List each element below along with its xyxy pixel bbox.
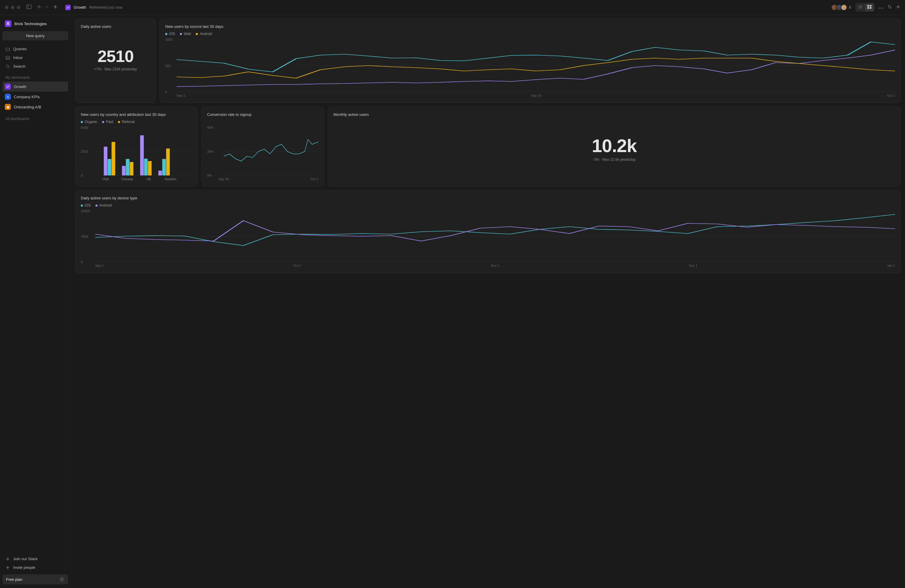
x-tick: Nov 1 [491,264,500,267]
dashboard-icon [65,5,71,10]
sidebar-item-company-kpis[interactable]: Company KPIs [2,92,68,102]
chart-legend: iOS Web Android [165,32,895,36]
sidebar-item-growth[interactable]: Growth [2,81,68,92]
list-view-button[interactable] [856,3,865,11]
card-title: Monthly active users [333,112,895,117]
avatar [841,4,847,11]
y-tick: 0% [207,174,212,177]
legend-dot [102,121,104,123]
y-tick: 20% [207,150,214,153]
close-window[interactable] [5,6,8,9]
nav-label: Search [13,64,25,68]
bar [130,162,133,175]
y-tick: 1000 [165,38,172,41]
svg-point-12 [6,65,9,67]
x-tick: Oct 2 [311,177,318,181]
section-all-dashboards: All dashboards [2,112,68,123]
x-tick: Sep 15 [531,94,541,97]
card-daily-active-users[interactable]: Daily active users 2510 +7% · Was 2334 y… [75,19,156,103]
sidebar-item-onboarding[interactable]: Onboarding A/B [2,102,68,112]
refresh-status: Refreshed just now [89,5,122,10]
line-chart: 1000 500 0 [165,40,895,92]
card-new-users-by-source[interactable]: New users by source last 30 days iOS Web… [159,19,901,103]
y-tick: 0 [165,90,167,94]
add-button[interactable] [896,5,900,10]
svg-rect-18 [8,558,8,559]
x-axis: USA Canada UK Sweden [81,177,192,181]
legend-dot [118,121,120,123]
bar [104,147,108,175]
sidebar-item-label: Onboarding A/B [14,105,41,109]
legend-dot [81,121,83,123]
legend-label: iOS [85,203,90,208]
legend-dot [196,33,198,35]
chart-legend: Organic Paid Referral [81,120,192,124]
card-new-users-by-country[interactable]: New users by country and attribution las… [75,106,198,186]
card-title: Conversion rate to signup [207,112,318,117]
svg-point-10 [881,8,882,9]
x-tick: Sep 1 [95,264,104,267]
sidebar-item-label: Company KPIs [14,95,40,99]
y-tick: 0 [81,174,83,177]
plus-icon [5,566,10,569]
stat-subtitle: -3% · Was 10.5k yesterday [593,157,636,162]
minimize-window[interactable] [11,6,14,9]
new-tab-button[interactable] [53,5,57,10]
sort-icon[interactable] [888,5,892,10]
x-tick: UK [138,177,159,181]
x-tick: Canada [116,177,138,181]
maximize-window[interactable] [17,6,21,9]
legend-label: Paid [106,120,113,124]
bar [148,161,151,175]
legend-label: Android [99,203,112,208]
x-tick: Jan 1 [887,264,895,267]
y-tick: 500 [165,64,171,68]
workspace-switcher[interactable]: B Brick Technologies [2,19,68,31]
nav-queries[interactable]: Queries [2,44,68,53]
more-menu-icon[interactable] [879,5,883,10]
window-controls [5,6,21,9]
y-tick: 0 [81,260,83,264]
legend-dot [81,205,83,207]
bolt-icon [5,94,11,100]
avatar-count: 8 [849,5,851,10]
invite-people-link[interactable]: Invite people [2,563,68,572]
bar [166,148,170,175]
collaborator-avatars[interactable]: 8 [831,4,851,11]
sidebar-item-label: Growth [14,84,26,89]
legend-label: Organic [85,120,97,124]
card-monthly-active-users[interactable]: Monthly active users 10.2k -3% · Was 10.… [328,106,901,186]
legend-dot [165,33,167,35]
svg-rect-16 [6,559,8,559]
bar [144,159,148,175]
forward-button[interactable] [44,5,49,10]
nav-search[interactable]: Search [2,62,68,71]
card-daily-active-by-device[interactable]: Daily active users by device type iOS An… [75,190,901,273]
svg-rect-6 [870,5,872,6]
join-slack-link[interactable]: Join our Slack [2,555,68,563]
search-icon [5,64,10,68]
bar [126,159,130,175]
nav-label: Join our Slack [13,556,38,561]
stat-value: 10.2k [592,135,637,156]
svg-rect-8 [870,7,872,9]
legend-dot [180,33,182,35]
x-axis: Sep 1 Oct 1 Nov 1 Dec 1 Jan 1 [81,264,895,267]
card-conversion-rate[interactable]: Conversion rate to signup 40% 20% 0% [202,106,324,186]
bar [108,159,111,175]
x-tick: Sep 26 [219,177,229,181]
nav-inbox[interactable]: Inbox [2,53,68,62]
stat-subtitle: +7% · Was 2334 yesterday [94,67,137,71]
y-tick: 5000 [81,126,88,129]
new-query-button[interactable]: New query [2,31,68,40]
bar [122,166,126,175]
grid-view-button[interactable] [865,3,874,11]
back-button[interactable] [38,5,42,10]
x-tick: Sweden [159,177,181,181]
stat-value: 2510 [98,46,134,66]
sidebar-toggle-icon[interactable] [26,5,32,10]
x-tick: Oct 1 [293,264,301,267]
plan-indicator[interactable]: Free plan [2,574,68,585]
legend-label: Android [200,32,212,36]
bar-chart: 5000 2500 0 [81,127,192,175]
